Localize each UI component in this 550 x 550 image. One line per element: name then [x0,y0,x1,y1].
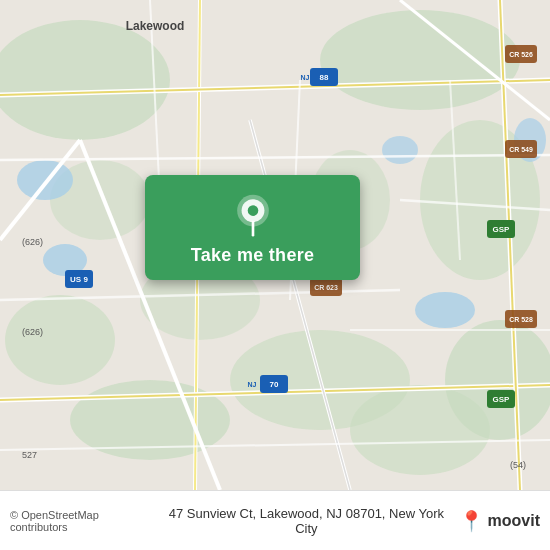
svg-text:CR 528: CR 528 [509,316,533,323]
moovit-logo: 📍 moovit [459,509,540,533]
svg-text:NJ: NJ [248,381,257,388]
osm-attribution: © OpenStreetMap contributors [10,509,154,533]
svg-point-8 [350,385,490,475]
svg-text:70: 70 [270,380,279,389]
svg-text:NJ: NJ [301,74,310,81]
svg-text:88: 88 [320,73,329,82]
svg-point-15 [382,136,418,164]
button-label: Take me there [191,245,315,266]
svg-point-2 [320,10,520,110]
svg-text:US 9: US 9 [70,275,88,284]
svg-text:(626): (626) [22,237,43,247]
svg-text:(626): (626) [22,327,43,337]
moovit-brand-text: moovit [488,512,540,530]
svg-text:(54): (54) [510,460,526,470]
footer-bar: © OpenStreetMap contributors 47 Sunview … [0,490,550,550]
take-me-there-button[interactable]: Take me there [145,175,360,280]
svg-text:CR 526: CR 526 [509,51,533,58]
svg-text:GSP: GSP [493,395,511,404]
svg-text:Lakewood: Lakewood [126,19,185,33]
svg-text:GSP: GSP [493,225,511,234]
svg-text:CR 623: CR 623 [314,284,338,291]
location-pin-icon [231,193,275,237]
address-label: 47 Sunview Ct, Lakewood, NJ 08701, New Y… [162,506,450,536]
svg-point-14 [415,292,475,328]
svg-point-44 [247,205,258,216]
moovit-pin-icon: 📍 [459,509,484,533]
map-view: 88 NJ 70 NJ CR 526 CR 549 CR 528 CR 623 … [0,0,550,490]
svg-point-6 [5,295,115,385]
svg-text:527: 527 [22,450,37,460]
svg-text:CR 549: CR 549 [509,146,533,153]
svg-point-12 [17,160,73,200]
